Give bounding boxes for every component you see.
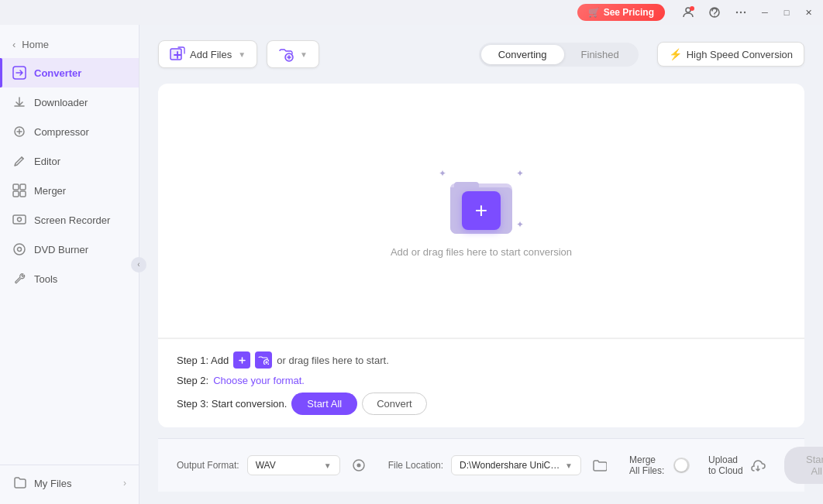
file-location-value: D:\Wondershare UniConverter	[460, 460, 560, 471]
folder-plus-btn: +	[462, 191, 501, 230]
screen-recorder-icon	[12, 213, 26, 227]
sidebar-item-tools[interactable]: Tools	[0, 264, 139, 293]
tab-finished[interactable]: Finished	[564, 45, 636, 64]
svg-rect-9	[13, 184, 19, 190]
my-files-icon	[12, 476, 26, 490]
add-files-button[interactable]: Add Files ▼	[158, 40, 257, 68]
svg-rect-17	[170, 49, 181, 60]
merger-icon	[12, 183, 26, 197]
bottom-bar: Output Format: WAV ▼ File Location: D:\W…	[158, 438, 804, 492]
upload-cloud-icon[interactable]	[750, 454, 766, 476]
output-format-select[interactable]: WAV ▼	[247, 455, 340, 475]
output-format-value: WAV	[256, 460, 276, 471]
sidebar-item-home[interactable]: ‹ Home	[0, 31, 139, 58]
sidebar-item-compressor[interactable]: Compressor	[0, 117, 139, 146]
start-all-main-button: Start All	[784, 447, 823, 484]
menu-icon[interactable]	[730, 2, 752, 23]
add-folder-dropdown-icon: ▼	[300, 50, 308, 59]
toolbar: Add Files ▼ ▼ Converting Finished ⚡	[158, 40, 804, 68]
drop-zone[interactable]: ✦ ✦ ✦ + Add or drag files here	[158, 84, 804, 338]
support-icon[interactable]	[704, 2, 725, 23]
svg-point-1	[690, 6, 694, 11]
folder-front: +	[450, 187, 512, 234]
downloader-icon	[12, 95, 26, 109]
output-format-arrow: ▼	[324, 461, 332, 470]
main-card: ✦ ✦ ✦ + Add or drag files here	[158, 84, 804, 427]
svg-point-14	[18, 218, 22, 221]
svg-point-4	[736, 12, 738, 13]
step1-add-folder-icon[interactable]	[255, 351, 272, 369]
plus-label: +	[475, 198, 487, 223]
converter-icon	[12, 66, 26, 80]
start-all-button[interactable]: Start All	[291, 393, 357, 415]
my-files-label: My Files	[34, 478, 71, 489]
sparkle-icon-3: ✦	[516, 219, 524, 230]
tab-converting[interactable]: Converting	[481, 45, 564, 64]
downloader-label: Downloader	[34, 97, 88, 108]
sidebar-item-my-files[interactable]: My Files ›	[0, 468, 139, 498]
svg-point-22	[356, 464, 360, 468]
add-folder-button[interactable]: ▼	[267, 40, 319, 68]
high-speed-button[interactable]: ⚡ High Speed Conversion	[657, 42, 804, 67]
step-1-row: Step 1: Add	[177, 351, 786, 369]
svg-rect-10	[20, 184, 26, 190]
account-icon[interactable]	[677, 2, 699, 23]
cart-icon: 🛒	[588, 7, 600, 18]
sidebar-bottom: My Files ›	[0, 465, 139, 498]
step1-prefix: Step 1: Add	[177, 355, 229, 366]
output-format-settings-icon[interactable]	[348, 454, 370, 476]
upload-label: Upload to Cloud	[708, 454, 744, 476]
title-bar: 🛒 See Pricing ─ □ ✕	[0, 0, 823, 25]
close-button[interactable]: ✕	[800, 4, 817, 21]
steps-section: Step 1: Add	[158, 338, 804, 427]
step2-link[interactable]: Choose your format.	[213, 375, 305, 386]
sidebar-item-dvd-burner[interactable]: DVD Burner	[0, 235, 139, 264]
app-body: ‹ Home Converter Downloader	[0, 25, 823, 504]
sidebar-collapse-button[interactable]: ‹	[131, 257, 146, 273]
svg-point-5	[740, 12, 742, 13]
back-arrow-icon: ‹	[12, 39, 15, 50]
svg-point-6	[744, 12, 746, 13]
sidebar-item-screen-recorder[interactable]: Screen Recorder	[0, 205, 139, 235]
sparkle-icon-2: ✦	[516, 168, 524, 179]
file-location-select[interactable]: D:\Wondershare UniConverter ▼	[451, 455, 581, 475]
svg-point-16	[18, 248, 22, 252]
tools-icon	[12, 272, 26, 286]
merge-toggle[interactable]	[673, 458, 690, 473]
convert-button[interactable]: Convert	[362, 393, 427, 415]
sidebar-item-merger[interactable]: Merger	[0, 176, 139, 205]
dvd-burner-icon	[12, 242, 26, 256]
svg-point-3	[714, 15, 715, 17]
editor-label: Editor	[34, 156, 60, 167]
see-pricing-button[interactable]: 🛒 See Pricing	[577, 4, 665, 21]
folder-illustration: ✦ ✦ ✦ +	[439, 164, 524, 234]
step-2-row: Step 2: Choose your format.	[177, 375, 786, 386]
minimize-button[interactable]: ─	[756, 4, 773, 21]
step3-prefix: Step 3: Start conversion.	[177, 398, 287, 410]
output-format-label: Output Format:	[177, 460, 239, 471]
sidebar-item-editor[interactable]: Editor	[0, 146, 139, 176]
output-format-field: Output Format: WAV ▼	[177, 454, 370, 476]
add-files-dropdown-icon: ▼	[238, 50, 246, 59]
step1-suffix: or drag files here to start.	[277, 355, 389, 366]
file-location-folder-icon[interactable]	[589, 454, 611, 476]
maximize-button[interactable]: □	[778, 4, 795, 21]
sparkle-icon: ✦	[439, 168, 446, 179]
merge-label: Merge All Files:	[629, 454, 667, 476]
bolt-icon: ⚡	[669, 48, 682, 60]
svg-rect-11	[13, 191, 19, 197]
step1-add-file-icon[interactable]	[233, 351, 250, 369]
compressor-icon	[12, 125, 26, 139]
upload-field: Upload to Cloud	[708, 454, 766, 476]
tab-toggle: Converting Finished	[479, 43, 639, 67]
file-location-label: File Location:	[388, 460, 443, 471]
add-files-label: Add Files	[190, 49, 232, 60]
sidebar-item-converter[interactable]: Converter	[0, 58, 139, 87]
merge-field: Merge All Files:	[629, 454, 690, 476]
sidebar-item-downloader[interactable]: Downloader	[0, 87, 139, 117]
drop-zone-content: ✦ ✦ ✦ + Add or drag files here	[391, 164, 572, 258]
see-pricing-label: See Pricing	[604, 7, 654, 18]
editor-icon	[12, 154, 26, 168]
svg-rect-13	[13, 215, 26, 224]
sidebar: ‹ Home Converter Downloader	[0, 25, 139, 504]
